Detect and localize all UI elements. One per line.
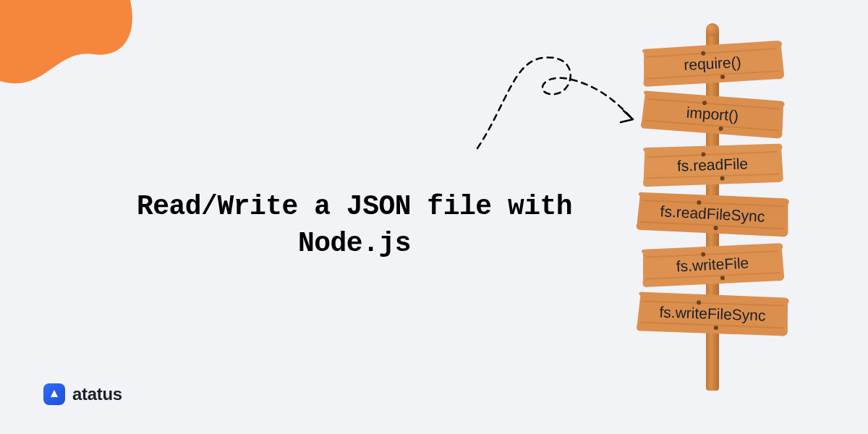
sign-label: require() (684, 54, 742, 74)
decorative-blob (0, 0, 159, 116)
sign-plank: fs.writeFile (639, 241, 786, 289)
sign-plank: fs.readFile (639, 142, 786, 188)
sign-plank: require() (639, 40, 786, 88)
sign-label: fs.writeFileSync (659, 303, 766, 324)
sign-label: import() (686, 104, 739, 125)
page-title: Read/Write a JSON file with Node.js (109, 188, 600, 263)
arrow-icon (463, 40, 651, 163)
brand-name: atatus (72, 384, 122, 404)
sign-plank: import() (639, 89, 786, 140)
brand-mark-icon (43, 383, 65, 405)
sign-plank: fs.writeFileSync (634, 291, 791, 336)
signpost-illustration: require() import() fs.readFile fs.readFi… (629, 22, 796, 398)
brand-logo: atatus (43, 383, 122, 405)
sign-plank: fs.readFileSync (634, 190, 791, 238)
sign-label: fs.readFile (677, 155, 749, 174)
